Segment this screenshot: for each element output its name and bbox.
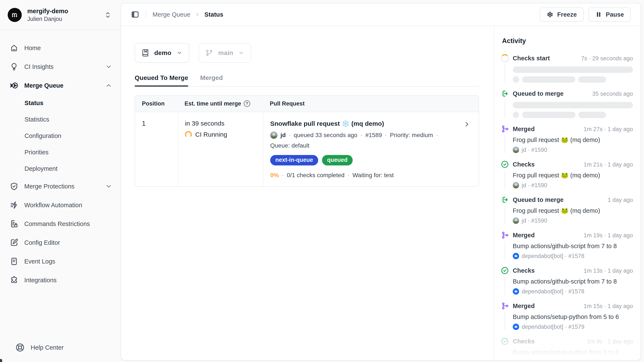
pause-button[interactable]: Pause bbox=[588, 8, 631, 22]
help-center-link[interactable]: Help Center bbox=[15, 343, 120, 352]
activity-event-title: Checks bbox=[513, 337, 535, 345]
timeline-connector bbox=[505, 347, 505, 360]
sidebar-item-ci-insights[interactable]: CI Insights bbox=[0, 60, 120, 73]
sidebar-item-configuration[interactable]: Configuration bbox=[0, 131, 120, 141]
workflow-icon bbox=[10, 201, 18, 209]
activity-timestamp: 1m 9s · 1 day ago bbox=[587, 338, 633, 345]
activity-item[interactable]: Checks start7s · 29 seconds ago bbox=[501, 54, 633, 90]
chevron-down-icon bbox=[238, 50, 244, 56]
check-circle-icon bbox=[501, 266, 509, 275]
activity-item[interactable]: Queued to merge1 day agoFrog pull reques… bbox=[501, 196, 633, 231]
dependabot-avatar bbox=[513, 324, 519, 330]
timeline-connector bbox=[505, 277, 505, 295]
tab-merged[interactable]: Merged bbox=[200, 74, 223, 86]
dependabot-avatar bbox=[513, 288, 519, 295]
queued-to-merge-icon bbox=[501, 90, 509, 98]
activity-item[interactable]: Merged1m 19s · 1 day agoBump actions/git… bbox=[501, 231, 633, 266]
activity-pr-title[interactable]: Bump actions/setup-python from 5 to 6 bbox=[513, 348, 633, 356]
check-circle-icon bbox=[501, 337, 509, 345]
lifebuoy-icon bbox=[15, 343, 25, 352]
activity-item[interactable]: Checks1m 21s · 1 day agoFrog pull reques… bbox=[501, 160, 633, 196]
activity-author-number: dependabot[bot] · #1579 bbox=[522, 358, 584, 360]
badge-queued[interactable]: queued bbox=[322, 155, 353, 165]
tab-queued-to-merge[interactable]: Queued To Merge bbox=[135, 74, 188, 86]
activity-timestamp: 7s · 29 seconds ago bbox=[581, 55, 633, 62]
sidebar-item-statistics[interactable]: Statistics bbox=[0, 114, 120, 125]
activity-item[interactable]: Checks1m 13s · 1 day agoBump actions/git… bbox=[501, 266, 633, 302]
activity-title: Activity bbox=[502, 37, 633, 45]
activity-author-number: dependabot[bot] · #1579 bbox=[522, 323, 584, 330]
activity-author-number: jd · #1590 bbox=[522, 146, 547, 154]
pr-queue: Queue: default bbox=[270, 142, 455, 149]
badge-next-in-queue[interactable]: next-in-queue bbox=[270, 155, 318, 165]
activity-timestamp: 1m 27s · 1 day ago bbox=[584, 126, 633, 133]
home-icon bbox=[10, 44, 18, 52]
chevron-down-icon bbox=[105, 63, 112, 70]
mergify-logo bbox=[8, 8, 22, 22]
col-position: Position bbox=[135, 100, 178, 107]
sidebar-item-commands-restrictions[interactable]: Commands Restrictions bbox=[0, 217, 120, 230]
activity-event-title: Checks start bbox=[513, 54, 550, 62]
sidebar-item-priorities[interactable]: Priorities bbox=[0, 147, 120, 158]
sidebar-item-integrations[interactable]: Integrations bbox=[0, 273, 120, 287]
activity-event-title: Checks bbox=[513, 160, 535, 168]
sidebar-item-home[interactable]: Home bbox=[0, 41, 120, 55]
sidebar-item-status[interactable]: Status bbox=[0, 98, 120, 108]
eta-value: in 39 seconds bbox=[185, 120, 256, 127]
sidebar-nav: HomeCI InsightsMerge QueueStatusStatisti… bbox=[0, 30, 120, 343]
col-pull-request: Pull Request bbox=[263, 100, 479, 107]
sidebar-item-merge-queue[interactable]: Merge Queue bbox=[0, 79, 120, 92]
activity-author-line: dependabot[bot] · #1578 bbox=[513, 288, 633, 295]
activity-panel: Activity Checks start7s · 29 seconds ago… bbox=[494, 26, 640, 360]
sidebar-item-workflow-automation[interactable]: Workflow Automation bbox=[0, 198, 120, 212]
sidebar-item-merge-protections[interactable]: Merge Protections bbox=[0, 180, 120, 193]
activity-timestamp: 1m 15s · 1 day ago bbox=[584, 303, 633, 309]
queue-icon bbox=[10, 81, 18, 90]
chevron-right-icon[interactable] bbox=[463, 121, 470, 128]
timeline-connector bbox=[505, 312, 505, 330]
org-switcher[interactable]: mergify-demo Julien Danjou bbox=[0, 0, 120, 30]
activity-item[interactable]: Queued to merge35 seconds ago bbox=[501, 90, 633, 125]
sidebar-item-config-editor[interactable]: Config Editor bbox=[0, 236, 120, 249]
breadcrumb-parent[interactable]: Merge Queue bbox=[152, 11, 190, 18]
repository-select[interactable]: demo bbox=[135, 43, 189, 63]
activity-timestamp: 1m 21s · 1 day ago bbox=[584, 161, 633, 168]
pr-title[interactable]: Snowflake pull request ❄️ (mq demo) bbox=[270, 120, 455, 127]
activity-item[interactable]: Checks1m 9s · 1 day agoBump actions/setu… bbox=[501, 337, 633, 360]
sidebar-item-label: Merge Protections bbox=[24, 183, 74, 190]
activity-pr-title[interactable]: Frog pull request 🐸 (mq demo) bbox=[513, 136, 633, 144]
sidebar-item-event-logs[interactable]: Event Logs bbox=[0, 255, 120, 268]
activity-event-title: Merged bbox=[513, 302, 535, 310]
activity-timestamp: 1m 19s · 1 day ago bbox=[584, 232, 633, 239]
pr-waiting: Waiting for: test bbox=[352, 172, 394, 179]
activity-item[interactable]: Merged1m 15s · 1 day agoBump actions/set… bbox=[501, 302, 633, 337]
timeline-connector bbox=[505, 206, 505, 224]
activity-event-title: Checks bbox=[513, 266, 535, 275]
repository-icon bbox=[142, 49, 149, 57]
activity-pr-title[interactable]: Frog pull request 🐸 (mq demo) bbox=[513, 207, 633, 214]
activity-event-title: Queued to merge bbox=[513, 90, 564, 98]
queue-row[interactable]: 1 in 39 seconds CI Running Snowflake pul… bbox=[135, 112, 479, 186]
branch-select[interactable]: main bbox=[198, 43, 251, 63]
activity-pr-title[interactable]: Bump actions/github-script from 7 to 8 bbox=[513, 242, 633, 250]
snowflake-icon bbox=[546, 11, 554, 18]
shield-icon bbox=[10, 182, 18, 191]
timeline-connector bbox=[505, 100, 505, 118]
sidebar-item-deployment[interactable]: Deployment bbox=[0, 163, 120, 174]
chevrons-up-down-icon bbox=[104, 11, 112, 19]
activity-item[interactable]: Merged1m 27s · 1 day agoFrog pull reques… bbox=[501, 125, 633, 160]
activity-pr-title[interactable]: Bump actions/github-script from 7 to 8 bbox=[513, 278, 633, 285]
help-icon[interactable]: ? bbox=[244, 100, 250, 107]
activity-pr-title[interactable]: Frog pull request 🐸 (mq demo) bbox=[513, 171, 633, 179]
sidebar-toggle-icon[interactable] bbox=[131, 10, 139, 19]
branch-value: main bbox=[218, 49, 233, 57]
activity-author-line: dependabot[bot] · #1579 bbox=[513, 323, 633, 330]
user-name: Julien Danjou bbox=[27, 15, 98, 23]
activity-pr-title[interactable]: Bump actions/setup-python from 5 to 6 bbox=[513, 313, 633, 321]
freeze-button[interactable]: Freeze bbox=[540, 8, 584, 22]
sidebar-footer: Help Center bbox=[0, 343, 120, 362]
activity-event-title: Merged bbox=[513, 125, 535, 133]
header-divider bbox=[146, 11, 146, 19]
breadcrumb-current: Status bbox=[204, 11, 223, 18]
activity-author-number: jd · #1590 bbox=[522, 217, 547, 224]
